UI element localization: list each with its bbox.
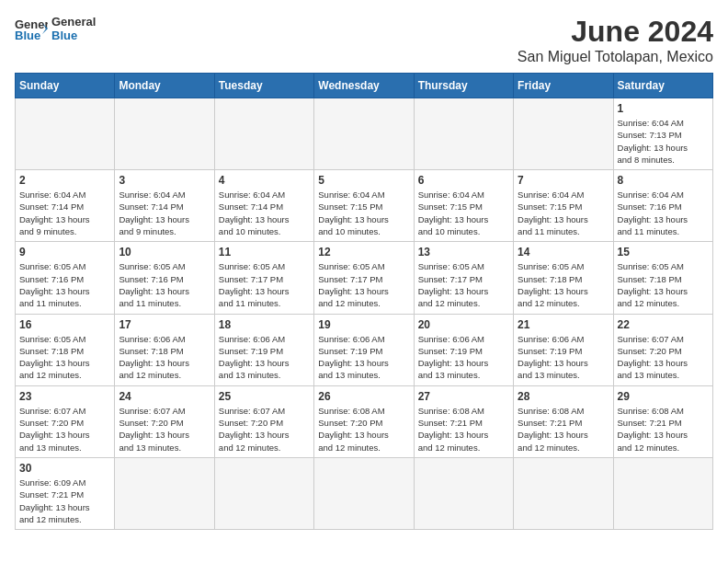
calendar-cell: 16Sunrise: 6:05 AM Sunset: 7:18 PM Dayli… bbox=[16, 314, 115, 385]
day-number: 22 bbox=[618, 318, 709, 331]
day-info: Sunrise: 6:07 AM Sunset: 7:20 PM Dayligh… bbox=[119, 405, 210, 454]
day-info: Sunrise: 6:08 AM Sunset: 7:20 PM Dayligh… bbox=[318, 405, 409, 454]
calendar-cell: 27Sunrise: 6:08 AM Sunset: 7:21 PM Dayli… bbox=[414, 385, 513, 457]
day-info: Sunrise: 6:08 AM Sunset: 7:21 PM Dayligh… bbox=[518, 405, 609, 454]
calendar-cell: 19Sunrise: 6:06 AM Sunset: 7:19 PM Dayli… bbox=[314, 314, 414, 385]
day-number: 3 bbox=[119, 174, 210, 187]
day-info: Sunrise: 6:06 AM Sunset: 7:19 PM Dayligh… bbox=[219, 333, 310, 382]
day-info: Sunrise: 6:05 AM Sunset: 7:17 PM Dayligh… bbox=[318, 260, 409, 309]
calendar-cell: 2Sunrise: 6:04 AM Sunset: 7:14 PM Daylig… bbox=[16, 170, 115, 242]
calendar-cell bbox=[514, 98, 613, 170]
week-row-6: 30Sunrise: 6:09 AM Sunset: 7:21 PM Dayli… bbox=[16, 457, 713, 529]
day-info: Sunrise: 6:05 AM Sunset: 7:17 PM Dayligh… bbox=[219, 260, 310, 309]
calendar-cell: 6Sunrise: 6:04 AM Sunset: 7:15 PM Daylig… bbox=[414, 170, 513, 242]
day-info: Sunrise: 6:08 AM Sunset: 7:21 PM Dayligh… bbox=[618, 405, 709, 454]
calendar-cell bbox=[414, 98, 513, 170]
day-info: Sunrise: 6:09 AM Sunset: 7:21 PM Dayligh… bbox=[19, 477, 110, 525]
month-title: June 2024 bbox=[518, 15, 713, 49]
day-info: Sunrise: 6:06 AM Sunset: 7:19 PM Dayligh… bbox=[418, 333, 509, 382]
calendar-cell: 18Sunrise: 6:06 AM Sunset: 7:19 PM Dayli… bbox=[214, 314, 313, 385]
day-number: 28 bbox=[518, 390, 609, 403]
day-info: Sunrise: 6:05 AM Sunset: 7:18 PM Dayligh… bbox=[618, 260, 709, 309]
day-number: 24 bbox=[119, 390, 210, 403]
day-number: 18 bbox=[219, 318, 310, 331]
day-header-saturday: Saturday bbox=[613, 74, 712, 98]
day-number: 26 bbox=[318, 390, 409, 403]
calendar-cell bbox=[414, 457, 513, 529]
calendar-cell: 13Sunrise: 6:05 AM Sunset: 7:17 PM Dayli… bbox=[414, 242, 513, 314]
day-number: 11 bbox=[219, 246, 310, 259]
calendar-cell bbox=[214, 98, 313, 170]
calendar-cell: 3Sunrise: 6:04 AM Sunset: 7:14 PM Daylig… bbox=[115, 170, 214, 242]
day-number: 2 bbox=[19, 174, 110, 187]
day-info: Sunrise: 6:04 AM Sunset: 7:14 PM Dayligh… bbox=[219, 189, 310, 237]
calendar-cell: 25Sunrise: 6:07 AM Sunset: 7:20 PM Dayli… bbox=[214, 385, 313, 457]
day-info: Sunrise: 6:04 AM Sunset: 7:14 PM Dayligh… bbox=[119, 189, 210, 237]
day-info: Sunrise: 6:04 AM Sunset: 7:15 PM Dayligh… bbox=[418, 189, 509, 237]
calendar-cell: 14Sunrise: 6:05 AM Sunset: 7:18 PM Dayli… bbox=[514, 242, 613, 314]
day-info: Sunrise: 6:04 AM Sunset: 7:15 PM Dayligh… bbox=[518, 189, 609, 237]
day-number: 15 bbox=[618, 246, 709, 259]
logo-icon: General Blue bbox=[15, 16, 48, 41]
calendar-cell: 23Sunrise: 6:07 AM Sunset: 7:20 PM Dayli… bbox=[16, 385, 115, 457]
calendar-cell bbox=[115, 457, 214, 529]
calendar-cell: 24Sunrise: 6:07 AM Sunset: 7:20 PM Dayli… bbox=[115, 385, 214, 457]
calendar-cell: 8Sunrise: 6:04 AM Sunset: 7:16 PM Daylig… bbox=[613, 170, 712, 242]
calendar-cell: 20Sunrise: 6:06 AM Sunset: 7:19 PM Dayli… bbox=[414, 314, 513, 385]
day-number: 14 bbox=[518, 246, 609, 259]
calendar-cell: 4Sunrise: 6:04 AM Sunset: 7:14 PM Daylig… bbox=[214, 170, 313, 242]
calendar-cell bbox=[314, 98, 414, 170]
day-header-tuesday: Tuesday bbox=[214, 74, 313, 98]
day-info: Sunrise: 6:05 AM Sunset: 7:17 PM Dayligh… bbox=[418, 260, 509, 309]
day-number: 6 bbox=[418, 174, 509, 187]
day-header-thursday: Thursday bbox=[414, 74, 513, 98]
calendar-cell: 26Sunrise: 6:08 AM Sunset: 7:20 PM Dayli… bbox=[314, 385, 414, 457]
calendar-cell: 11Sunrise: 6:05 AM Sunset: 7:17 PM Dayli… bbox=[214, 242, 313, 314]
location-subtitle: San Miguel Totolapan, Mexico bbox=[518, 49, 713, 65]
header: General Blue General Blue June 2024 San … bbox=[15, 15, 713, 65]
calendar-cell: 15Sunrise: 6:05 AM Sunset: 7:18 PM Dayli… bbox=[613, 242, 712, 314]
day-number: 20 bbox=[418, 318, 509, 331]
week-row-4: 16Sunrise: 6:05 AM Sunset: 7:18 PM Dayli… bbox=[16, 314, 713, 385]
logo-general-text: General bbox=[51, 15, 96, 29]
day-info: Sunrise: 6:05 AM Sunset: 7:16 PM Dayligh… bbox=[19, 260, 110, 309]
calendar-cell: 21Sunrise: 6:06 AM Sunset: 7:19 PM Dayli… bbox=[514, 314, 613, 385]
day-info: Sunrise: 6:07 AM Sunset: 7:20 PM Dayligh… bbox=[219, 405, 310, 454]
day-header-friday: Friday bbox=[514, 74, 613, 98]
day-info: Sunrise: 6:06 AM Sunset: 7:18 PM Dayligh… bbox=[119, 333, 210, 382]
day-number: 13 bbox=[418, 246, 509, 259]
day-info: Sunrise: 6:06 AM Sunset: 7:19 PM Dayligh… bbox=[318, 333, 409, 382]
day-number: 16 bbox=[19, 318, 110, 331]
svg-text:Blue: Blue bbox=[15, 29, 40, 41]
day-number: 23 bbox=[19, 390, 110, 403]
calendar-cell bbox=[214, 457, 313, 529]
calendar-cell bbox=[613, 457, 712, 529]
day-number: 30 bbox=[19, 462, 110, 475]
calendar-cell bbox=[514, 457, 613, 529]
week-row-2: 2Sunrise: 6:04 AM Sunset: 7:14 PM Daylig… bbox=[16, 170, 713, 242]
day-header-monday: Monday bbox=[115, 74, 214, 98]
day-number: 17 bbox=[119, 318, 210, 331]
day-number: 19 bbox=[318, 318, 409, 331]
calendar-cell: 12Sunrise: 6:05 AM Sunset: 7:17 PM Dayli… bbox=[314, 242, 414, 314]
day-header-sunday: Sunday bbox=[16, 74, 115, 98]
day-number: 29 bbox=[618, 390, 709, 403]
calendar-table: SundayMondayTuesdayWednesdayThursdayFrid… bbox=[15, 73, 713, 530]
day-number: 12 bbox=[318, 246, 409, 259]
day-number: 10 bbox=[119, 246, 210, 259]
calendar-cell: 30Sunrise: 6:09 AM Sunset: 7:21 PM Dayli… bbox=[16, 457, 115, 529]
day-number: 4 bbox=[219, 174, 310, 187]
calendar-cell bbox=[115, 98, 214, 170]
day-info: Sunrise: 6:04 AM Sunset: 7:13 PM Dayligh… bbox=[618, 117, 709, 166]
calendar-cell: 22Sunrise: 6:07 AM Sunset: 7:20 PM Dayli… bbox=[613, 314, 712, 385]
logo: General Blue General Blue bbox=[15, 15, 96, 42]
day-info: Sunrise: 6:04 AM Sunset: 7:14 PM Dayligh… bbox=[19, 189, 110, 237]
week-row-3: 9Sunrise: 6:05 AM Sunset: 7:16 PM Daylig… bbox=[16, 242, 713, 314]
calendar-cell bbox=[314, 457, 414, 529]
day-info: Sunrise: 6:04 AM Sunset: 7:16 PM Dayligh… bbox=[618, 189, 709, 237]
day-number: 7 bbox=[518, 174, 609, 187]
calendar-cell: 10Sunrise: 6:05 AM Sunset: 7:16 PM Dayli… bbox=[115, 242, 214, 314]
calendar-cell: 9Sunrise: 6:05 AM Sunset: 7:16 PM Daylig… bbox=[16, 242, 115, 314]
calendar-header-row: SundayMondayTuesdayWednesdayThursdayFrid… bbox=[16, 74, 713, 98]
week-row-5: 23Sunrise: 6:07 AM Sunset: 7:20 PM Dayli… bbox=[16, 385, 713, 457]
